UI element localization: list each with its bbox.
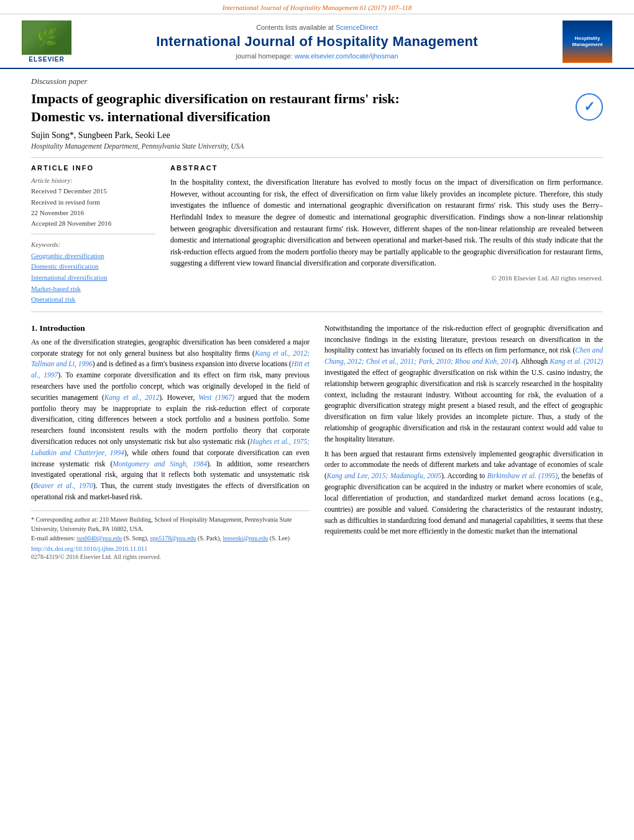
elsevier-logo: ELSEVIER [19, 21, 75, 63]
journal-citation-bar: International Journal of Hospitality Man… [0, 0, 634, 14]
ref-kang-lee-2015[interactable]: Kang and Lee, 2015; Madanoglu, 2005 [327, 472, 441, 479]
journal-citation-text: International Journal of Hospitality Man… [223, 4, 411, 11]
keyword-5[interactable]: Operational risk [31, 294, 155, 305]
email2-name: (S. Park), [198, 535, 221, 542]
journal-homepage-line: journal homepage: www.elsevier.com/locat… [85, 52, 549, 60]
intro-section-number: 1. [31, 323, 37, 333]
intro-section-label: Introduction [40, 323, 85, 333]
ref-kang-2012c[interactable]: Kang et al. (2012) [549, 358, 603, 365]
footnote-section: * Corresponding author at: 210 Mateer Bu… [31, 510, 310, 560]
footnote-star-text: * Corresponding author at: 210 Mateer Bu… [31, 516, 292, 532]
abstract-heading: ABSTRACT [170, 164, 603, 172]
ref-beaver-1970[interactable]: Beaver et al., 1970 [34, 482, 93, 489]
header-divider [31, 157, 603, 158]
keyword-4[interactable]: Market-based risk [31, 284, 155, 295]
intro-paragraph-1: As one of the diversification strategies… [31, 337, 310, 503]
journal-header: ELSEVIER Contents lists available at Sci… [0, 14, 634, 69]
email1-link[interactable]: sus6040@psu.edu [76, 535, 122, 542]
author-names: Sujin Song*, Sungbeen Park, Seoki Lee [31, 131, 170, 140]
revised-date: 22 November 2016 [31, 208, 155, 218]
ref-kang-2012[interactable]: Kang et al., 2012; Tallman and Li, 1996 [31, 349, 310, 368]
keyword-1[interactable]: Geographic diversification [31, 251, 155, 262]
journal-header-center: Contents lists available at ScienceDirec… [85, 24, 549, 60]
intro-paragraph-3: It has been argued that restaurant firms… [324, 449, 603, 538]
keyword-2[interactable]: Domestic diversification [31, 261, 155, 272]
email3-name: (S. Lee) [270, 535, 290, 542]
received-date: Received 7 December 2015 [31, 187, 155, 196]
accepted-date: Accepted 28 November 2016 [31, 219, 155, 228]
keyword-3[interactable]: International diversification [31, 272, 155, 284]
received-revised-label: Received in revised form [31, 198, 155, 207]
email3-link[interactable]: leeseoki@psu.edu [223, 535, 268, 542]
ref-kang-2012b[interactable]: Kang et al., 2012 [104, 394, 160, 401]
body-right-column: Notwithstanding the importance of the ri… [324, 323, 603, 560]
article-info-abstract-section: ARTICLE INFO Article history: Received 7… [31, 164, 603, 305]
ref-birkinshaw-1995[interactable]: Birkinshaw et al. (1995) [487, 472, 558, 479]
footer-copyright: 0278-4319/© 2016 Elsevier Ltd. All right… [31, 553, 310, 560]
abstract-text: In the hospitality context, the diversif… [170, 177, 603, 269]
intro-section-title: 1. Introduction [31, 323, 310, 333]
crossmark-badge[interactable] [576, 93, 603, 121]
ref-hughes-1975[interactable]: Hughes et al., 1975; Lubatkin and Chatte… [31, 438, 310, 456]
paper-content-area: Discussion paper Impacts of geographic d… [0, 69, 634, 305]
hospitality-journal-logo: HospitalityManagement [559, 21, 615, 63]
email-label: E-mail addresses: [31, 535, 75, 542]
contents-label: Contents lists available at [256, 24, 334, 31]
intro-paragraph-2: Notwithstanding the importance of the ri… [324, 323, 603, 445]
article-info-column: ARTICLE INFO Article history: Received 7… [31, 164, 155, 305]
keywords-divider [31, 234, 155, 234]
hospitality-logo-image: HospitalityManagement [563, 21, 612, 63]
paper-title-line2: Domestic vs. international diversificati… [31, 109, 270, 124]
paper-type-label: Discussion paper [31, 76, 603, 86]
body-two-columns: 1. Introduction As one of the diversific… [31, 323, 603, 560]
abstract-column: ABSTRACT In the hospitality context, the… [170, 164, 603, 305]
ref-montgomery-1984[interactable]: Montgomery and Singh, 1984 [113, 460, 207, 468]
footnote-email: E-mail addresses: sus6040@psu.edu (S. So… [31, 533, 310, 543]
body-left-column: 1. Introduction As one of the diversific… [31, 323, 310, 560]
doi-link[interactable]: http://dx.doi.org/10.1016/j.ijhm.2016.11… [31, 545, 310, 552]
footnote-star: * Corresponding author at: 210 Mateer Bu… [31, 515, 310, 533]
homepage-label: journal homepage: [236, 52, 292, 60]
main-body: 1. Introduction As one of the diversific… [0, 317, 634, 560]
authors-line: Sujin Song*, Sungbeen Park, Seoki Lee [31, 131, 603, 141]
sciencedirect-link[interactable]: ScienceDirect [336, 24, 378, 31]
email2-link[interactable]: spp5178@psu.edu [150, 535, 196, 542]
abstract-copyright: © 2016 Elsevier Ltd. All rights reserved… [170, 274, 603, 282]
paper-title-area: Impacts of geographic diversification on… [31, 90, 603, 126]
content-divider [31, 312, 603, 312]
article-info-heading: ARTICLE INFO [31, 164, 155, 172]
affiliation-line: Hospitality Management Department, Penns… [31, 142, 603, 150]
elsevier-logo-image [22, 21, 71, 55]
article-history-label: Article history: [31, 177, 155, 184]
paper-title: Impacts of geographic diversification on… [31, 90, 503, 126]
ref-west-1967[interactable]: West (1967) [198, 394, 234, 401]
email1-name: (S. Song), [124, 535, 149, 542]
journal-title: International Journal of Hospitality Man… [85, 34, 549, 50]
contents-available-line: Contents lists available at ScienceDirec… [85, 24, 549, 31]
paper-title-line1: Impacts of geographic diversification on… [31, 91, 400, 106]
elsevier-logo-text: ELSEVIER [29, 56, 64, 63]
keywords-section: Keywords: Geographic diversification Dom… [31, 241, 155, 305]
keywords-label: Keywords: [31, 241, 155, 248]
journal-homepage-link[interactable]: www.elsevier.com/locate/ijhosman [295, 52, 398, 60]
